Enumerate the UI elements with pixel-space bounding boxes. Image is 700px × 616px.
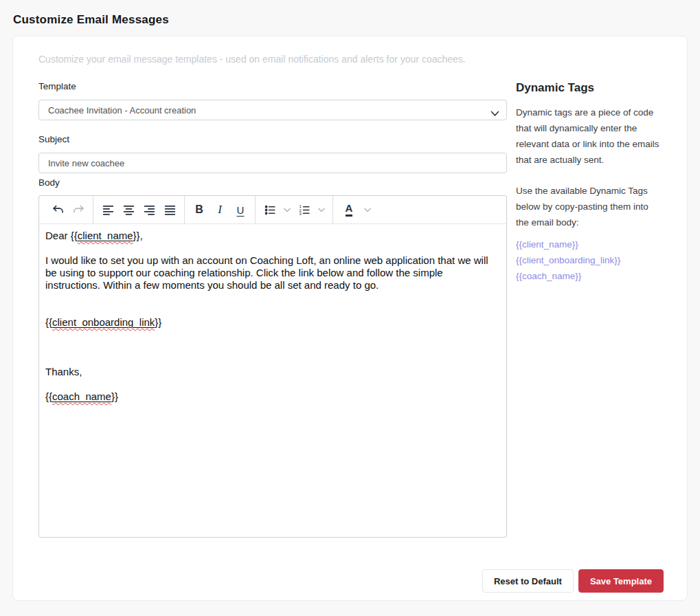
dynamic-tags-usage: Use the available Dynamic Tags below by …	[516, 183, 664, 230]
font-color-button[interactable]: A	[337, 199, 361, 221]
chevron-down-icon	[318, 208, 325, 212]
redo-button[interactable]	[68, 199, 89, 221]
email-form-column: Template Coachee Invitation - Account cr…	[38, 81, 507, 538]
ordered-list-icon: 123	[298, 204, 311, 217]
page-title: Customize Email Messages	[0, 0, 700, 36]
subject-label: Subject	[38, 134, 507, 144]
align-left-icon	[102, 204, 115, 217]
body-editor: B I U 123	[38, 195, 507, 538]
bold-button[interactable]: B	[189, 199, 210, 221]
underline-button[interactable]: U	[230, 199, 251, 221]
card-description: Customize your email message templates -…	[38, 54, 664, 65]
bullet-list-button[interactable]	[260, 199, 280, 221]
editor-toolbar: B I U 123	[39, 196, 506, 224]
save-template-button[interactable]: Save Template	[578, 569, 664, 593]
editor-content[interactable]: Dear {{client_name}},I would like to set…	[39, 224, 506, 537]
chevron-down-icon	[364, 208, 371, 212]
dynamic-tags-list: {{client_name}}{{client_onboarding_link}…	[516, 236, 664, 284]
undo-button[interactable]	[47, 199, 68, 221]
svg-text:3: 3	[299, 212, 302, 216]
undo-icon	[52, 204, 65, 217]
template-select[interactable]: Coachee Invitation - Account creation	[38, 100, 507, 120]
italic-button[interactable]: I	[210, 199, 230, 221]
body-label: Body	[38, 177, 507, 188]
bullet-list-icon	[264, 204, 277, 217]
dynamic-tag-link[interactable]: {{client_name}}	[516, 236, 664, 252]
align-justify-button[interactable]	[159, 199, 180, 221]
dynamic-tags-title: Dynamic Tags	[516, 81, 664, 95]
ordered-list-button[interactable]: 123	[294, 199, 315, 221]
chevron-down-icon	[284, 208, 291, 212]
dynamic-tag-link[interactable]: {{coach_name}}	[516, 268, 664, 284]
align-justify-icon	[163, 204, 177, 217]
dynamic-tags-panel: Dynamic Tags Dynamic tags are a piece of…	[507, 81, 664, 538]
customize-email-card: Customize your email message templates -…	[12, 36, 688, 601]
form-actions: Reset to Default Save Template	[38, 569, 664, 593]
bullet-list-options-button[interactable]	[280, 199, 294, 221]
dynamic-tags-description: Dynamic tags are a piece of code that wi…	[516, 104, 664, 168]
dynamic-tag-link[interactable]: {{client_onboarding_link}}	[516, 252, 664, 268]
template-selected-value: Coachee Invitation - Account creation	[48, 105, 196, 116]
align-left-button[interactable]	[98, 199, 118, 221]
font-color-icon: A	[346, 203, 353, 217]
align-center-button[interactable]	[118, 199, 139, 221]
font-color-options-button[interactable]	[361, 199, 374, 221]
align-center-icon	[122, 204, 135, 217]
redo-icon	[72, 204, 85, 217]
align-right-button[interactable]	[139, 199, 159, 221]
reset-to-default-button[interactable]: Reset to Default	[482, 569, 574, 593]
align-right-icon	[143, 204, 156, 217]
template-label: Template	[38, 81, 507, 91]
ordered-list-options-button[interactable]	[315, 199, 328, 221]
subject-input[interactable]	[38, 153, 507, 173]
